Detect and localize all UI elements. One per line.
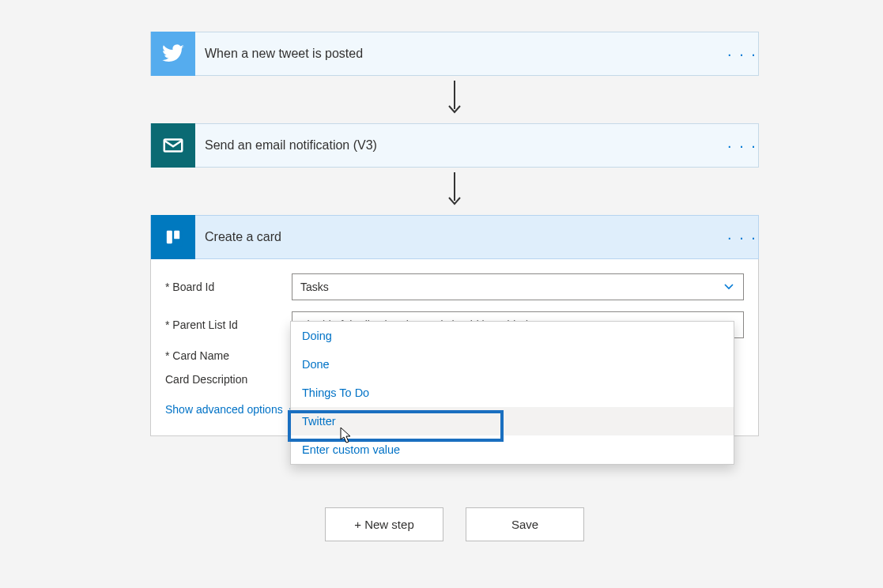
show-advanced-options-link[interactable]: Show advanced options [165, 403, 297, 416]
step-title: Create a card [195, 230, 726, 244]
save-button[interactable]: Save [466, 507, 584, 541]
card-name-label: Card Name [165, 349, 292, 362]
parent-list-dropdown: Doing Done Things To Do Twitter Enter cu… [290, 321, 734, 465]
mail-icon [151, 123, 195, 168]
new-step-button[interactable]: + New step [325, 507, 443, 541]
create-card-form: Board Id Tasks Parent List Id The id of … [150, 259, 759, 436]
board-id-label: Board Id [165, 281, 292, 293]
step-create-card-header[interactable]: Create a card · · · [150, 215, 759, 259]
step-twitter-trigger[interactable]: When a new tweet is posted · · · [150, 32, 759, 76]
parent-list-id-label: Parent List Id [165, 318, 292, 331]
dropdown-option-doing[interactable]: Doing [291, 322, 734, 350]
step-menu-button[interactable]: · · · [726, 45, 758, 63]
trello-icon [151, 215, 195, 259]
svg-rect-5 [174, 231, 179, 239]
svg-rect-3 [164, 228, 182, 246]
step-menu-button[interactable]: · · · [726, 228, 758, 247]
dropdown-option-twitter[interactable]: Twitter [291, 407, 734, 435]
board-id-value: Tasks [300, 281, 329, 293]
step-title: Send an email notification (V3) [195, 138, 726, 153]
advanced-options-label: Show advanced options [165, 403, 283, 416]
bottom-actions: + New step Save [150, 507, 759, 541]
dropdown-option-done[interactable]: Done [291, 350, 734, 379]
step-send-email[interactable]: Send an email notification (V3) · · · [150, 123, 759, 168]
board-id-select[interactable]: Tasks [292, 273, 744, 300]
chevron-down-icon [723, 280, 735, 295]
step-menu-button[interactable]: · · · [726, 137, 758, 155]
flow-arrow-icon [150, 81, 759, 115]
svg-rect-4 [167, 231, 172, 243]
step-title: When a new tweet is posted [195, 47, 726, 61]
dropdown-option-custom[interactable]: Enter custom value [291, 435, 734, 464]
card-description-label: Card Description [165, 373, 292, 386]
flow-arrow-icon [150, 172, 759, 207]
dropdown-option-things[interactable]: Things To Do [291, 379, 734, 407]
twitter-icon [151, 32, 195, 76]
